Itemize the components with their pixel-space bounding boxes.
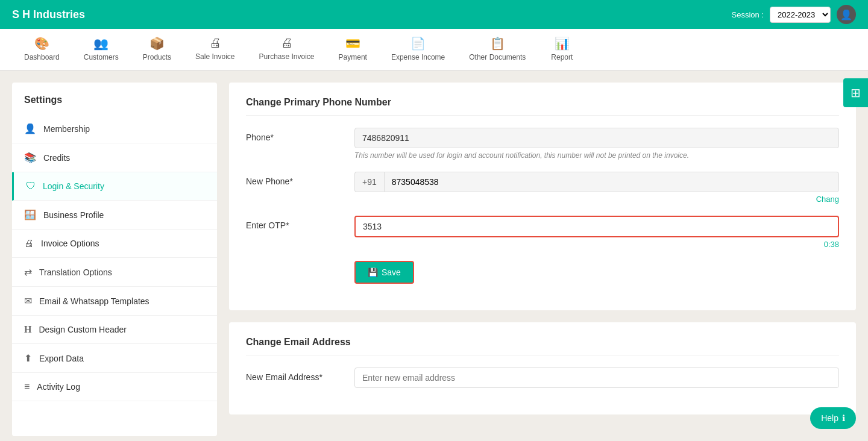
nav-item-expense-income[interactable]: 📄 Expense Income	[379, 29, 457, 70]
phone-form-group: Phone* This number will be used for logi…	[246, 128, 839, 160]
save-button[interactable]: 💾 Save	[354, 261, 414, 284]
nav-item-payment[interactable]: 💳 Payment	[327, 29, 379, 70]
sidebar-label-design-header: Design Custom Header	[39, 325, 127, 334]
nav-item-sale-invoice[interactable]: 🖨 Sale Invoice	[183, 29, 247, 70]
translation-icon: ⇄	[24, 266, 32, 278]
topbar: S H Industries Session : 2022-2023 2021-…	[0, 0, 868, 29]
otp-input[interactable]	[354, 216, 839, 237]
email-card-title: Change Email Address	[246, 337, 839, 355]
phone-card: Change Primary Phone Number Phone* This …	[229, 83, 856, 310]
save-icon: 💾	[368, 267, 378, 277]
calculator-icon: ⊞	[851, 86, 861, 99]
design-header-icon: H	[24, 324, 31, 335]
dashboard-icon: 🎨	[34, 36, 49, 51]
expense-icon: 📄	[410, 36, 426, 51]
sale-invoice-icon: 🖨	[209, 36, 221, 50]
sidebar-label-activity-log: Activity Log	[37, 382, 80, 392]
nav-item-dashboard[interactable]: 🎨 Dashboard	[12, 29, 72, 70]
nav-item-products[interactable]: 📦 Products	[131, 29, 183, 70]
phone-value-wrap: This number will be used for login and a…	[354, 128, 839, 160]
new-phone-label: New Phone*	[246, 172, 342, 186]
phone-card-title: Change Primary Phone Number	[246, 97, 839, 116]
nav-label-expense-income: Expense Income	[391, 53, 445, 61]
email-value-wrap	[354, 367, 839, 388]
sidebar-item-activity-log[interactable]: ≡ Activity Log	[12, 373, 217, 401]
content-area: Change Primary Phone Number Phone* This …	[229, 83, 856, 436]
otp-form-group: Enter OTP* 0:38	[246, 216, 839, 249]
sidebar-label-login-security: Login & Security	[43, 181, 104, 191]
help-icon: ℹ	[842, 413, 845, 423]
email-whatsapp-icon: ✉	[24, 295, 32, 307]
sidebar-label-business-profile: Business Profile	[43, 210, 104, 220]
invoice-options-icon: 🖨	[24, 238, 34, 249]
sidebar-label-translation-options: Translation Options	[39, 267, 112, 277]
sidebar-item-email-whatsapp[interactable]: ✉ Email & Whatsapp Templates	[12, 287, 217, 316]
help-button[interactable]: Help ℹ	[810, 407, 856, 429]
session-select[interactable]: 2022-2023 2021-2022	[770, 7, 831, 23]
main-layout: Settings 👤 Membership 📚 Credits 🛡 Login …	[0, 70, 868, 441]
otp-label: Enter OTP*	[246, 216, 342, 230]
email-input[interactable]	[354, 367, 839, 388]
nav-item-purchase-invoice[interactable]: 🖨 Purchase Invoice	[247, 29, 326, 70]
export-data-icon: ⬆	[24, 352, 32, 364]
sidebar-item-membership[interactable]: 👤 Membership	[12, 114, 217, 143]
phone-input-wrap: +91	[354, 172, 839, 192]
save-label: Save	[382, 267, 401, 277]
sidebar-label-membership: Membership	[43, 124, 90, 134]
calculator-button[interactable]: ⊞	[843, 78, 868, 107]
avatar[interactable]: 👤	[837, 5, 856, 24]
brand-name: S H Industries	[12, 8, 85, 21]
email-card: Change Email Address New Email Address*	[229, 322, 856, 414]
nav-label-dashboard: Dashboard	[24, 53, 60, 61]
purchase-invoice-icon: 🖨	[281, 36, 293, 50]
sidebar-label-email-whatsapp: Email & Whatsapp Templates	[39, 296, 149, 306]
new-phone-value-wrap: +91 Chang	[354, 172, 839, 204]
sidebar-title: Settings	[12, 95, 217, 114]
activity-log-icon: ≡	[24, 381, 30, 392]
security-icon: 🛡	[26, 181, 36, 192]
credits-icon: 📚	[24, 152, 36, 163]
sidebar-item-export-data[interactable]: ⬆ Export Data	[12, 344, 217, 373]
phone-prefix: +91	[354, 172, 384, 192]
nav-label-other-documents: Other Documents	[469, 53, 526, 61]
phone-hint: This number will be used for login and a…	[354, 151, 839, 160]
nav-item-other-documents[interactable]: 📋 Other Documents	[457, 29, 538, 70]
nav-label-purchase-invoice: Purchase Invoice	[259, 52, 314, 61]
business-profile-icon: 🪟	[24, 209, 36, 220]
session-label: Session :	[732, 10, 764, 19]
sidebar-label-invoice-options: Invoice Options	[41, 239, 99, 248]
navbar: 🎨 Dashboard 👥 Customers 📦 Products 🖨 Sal…	[0, 29, 868, 70]
sidebar-item-login-security[interactable]: 🛡 Login & Security	[12, 172, 217, 201]
email-label: New Email Address*	[246, 367, 342, 382]
sidebar-item-invoice-options[interactable]: 🖨 Invoice Options	[12, 230, 217, 258]
sidebar: Settings 👤 Membership 📚 Credits 🛡 Login …	[12, 83, 217, 436]
change-link[interactable]: Chang	[354, 195, 839, 204]
other-docs-icon: 📋	[490, 36, 505, 51]
nav-label-sale-invoice: Sale Invoice	[195, 52, 234, 61]
otp-timer: 0:38	[354, 240, 839, 249]
sidebar-label-export-data: Export Data	[39, 354, 84, 363]
payment-icon: 💳	[345, 36, 360, 51]
nav-label-products: Products	[143, 53, 171, 61]
membership-icon: 👤	[24, 123, 36, 134]
sidebar-item-design-header[interactable]: H Design Custom Header	[12, 316, 217, 344]
new-phone-input[interactable]	[384, 172, 839, 192]
sidebar-item-business-profile[interactable]: 🪟 Business Profile	[12, 201, 217, 230]
email-form-group: New Email Address*	[246, 367, 839, 388]
sidebar-item-credits[interactable]: 📚 Credits	[12, 143, 217, 172]
nav-label-payment: Payment	[339, 53, 367, 61]
new-phone-form-group: New Phone* +91 Chang	[246, 172, 839, 204]
sidebar-label-credits: Credits	[43, 153, 70, 163]
nav-item-customers[interactable]: 👥 Customers	[72, 29, 131, 70]
save-form-group: 💾 Save	[246, 261, 839, 284]
topbar-right: Session : 2022-2023 2021-2022 👤	[732, 5, 856, 24]
products-icon: 📦	[149, 36, 165, 51]
phone-input[interactable]	[354, 128, 839, 148]
customers-icon: 👥	[93, 36, 108, 51]
phone-label: Phone*	[246, 128, 342, 142]
otp-value-wrap: 0:38	[354, 216, 839, 249]
nav-label-report: Report	[551, 53, 573, 61]
nav-item-report[interactable]: 📊 Report	[538, 29, 586, 70]
sidebar-item-translation-options[interactable]: ⇄ Translation Options	[12, 258, 217, 287]
report-icon: 📊	[555, 36, 570, 51]
